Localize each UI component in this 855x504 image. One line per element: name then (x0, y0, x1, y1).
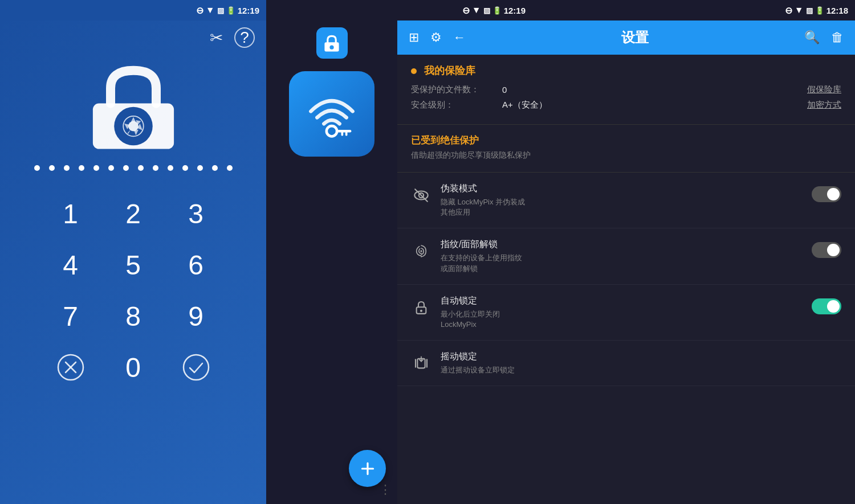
wifi-icon-right: ▼ (795, 5, 804, 15)
fingerprint-item: 指纹/面部解锁 在支持的设备上使用指纹或面部解锁 (397, 228, 855, 284)
help-icon[interactable]: ? (234, 27, 255, 48)
svg-point-9 (329, 45, 333, 49)
auto-lock-title: 自动锁定 (441, 295, 803, 307)
disguise-mode-title: 伪装模式 (441, 183, 803, 195)
toggle-knob (827, 188, 840, 200)
protection-subtitle: 借助超强的功能尽享顶级隐私保护 (411, 150, 841, 161)
disguise-icon (411, 185, 431, 206)
numpad-key-0[interactable]: 0 (102, 342, 165, 393)
vault-security-label: 安全级别： (411, 100, 502, 110)
shake-lock-item: 摇动锁定 通过摇动设备立即锁定 (397, 341, 855, 386)
numpad-key-6[interactable]: 6 (165, 239, 227, 290)
svg-point-19 (420, 251, 422, 252)
pin-dot (49, 165, 55, 171)
numpad-key-7[interactable]: 7 (39, 290, 102, 342)
vault-files-row: 受保护的文件数： 0 假保险库 (411, 84, 841, 95)
numpad-key-3[interactable]: 3 (165, 188, 227, 239)
grid-icon[interactable]: ⊞ (409, 30, 419, 45)
dnd-icon-mid: ⊖ (462, 5, 470, 16)
fingerprint-toggle[interactable] (812, 242, 841, 258)
svg-point-21 (420, 310, 422, 312)
auto-lock-desc: 最小化后立即关闭LockMyPix (441, 309, 803, 330)
lock-svg (413, 299, 430, 316)
numpad-key-5[interactable]: 5 (102, 239, 165, 290)
numpad-key-9[interactable]: 9 (165, 290, 227, 342)
gear-icon[interactable]: ⚙ (430, 30, 442, 45)
shake-lock-text: 摇动锁定 通过摇动设备立即锁定 (441, 351, 841, 375)
disguise-mode-text: 伪装模式 隐藏 LockMyPix 并伪装成其他应用 (441, 183, 803, 218)
shake-lock-title: 摇动锁定 (441, 351, 841, 363)
pin-dot (79, 165, 84, 171)
numpad: 1 2 3 4 5 6 7 8 9 0 (39, 188, 227, 393)
pin-dot (34, 165, 40, 171)
pin-dot (123, 165, 129, 171)
search-icon[interactable]: 🔍 (804, 30, 820, 45)
time-left: 12:19 (238, 6, 259, 15)
numpad-key-8[interactable]: 8 (102, 290, 165, 342)
app-panel-lock-icon (316, 27, 348, 59)
pin-dot (153, 165, 158, 171)
sim-icon-mid: ▨ (483, 6, 490, 15)
disguise-mode-toggle[interactable] (812, 186, 841, 202)
pin-dot (93, 165, 99, 171)
auto-lock-text: 自动锁定 最小化后立即关闭LockMyPix (441, 295, 803, 330)
vault-security-row: 安全级别： A+（安全） 加密方式 (411, 100, 841, 110)
numpad-key-2[interactable]: 2 (102, 188, 165, 239)
lock-small-icon (321, 33, 342, 54)
settings-panel: ⊞ ⚙ ← 设置 🔍 🗑 我的保险库 受保护的文件数： 0 假保险库 (397, 21, 855, 504)
main-content: ✂ ? (0, 21, 855, 504)
plus-icon (359, 460, 377, 478)
battery-icon-mid: 🔋 (492, 6, 502, 15)
toggle-knob-fp (827, 244, 840, 256)
encryption-link[interactable]: 加密方式 (807, 100, 841, 110)
status-bars: ⊖ ▼ ▨ 🔋 12:19 ⊖ ▼ ▨ 🔋 12:19 ⊖ ▼ ▨ 🔋 12:1… (0, 0, 855, 21)
lock-icon-container (82, 60, 185, 154)
status-bar-left: ⊖ ▼ ▨ 🔋 12:19 (0, 0, 266, 21)
vault-files-value: 0 (502, 85, 507, 95)
fake-vault-link[interactable]: 假保险库 (807, 84, 841, 95)
pin-dot (168, 165, 173, 171)
orange-dot (411, 68, 417, 74)
wifi-icon-mid: ▼ (472, 5, 481, 15)
numpad-key-1[interactable]: 1 (39, 188, 102, 239)
lock-header: ✂ ? (0, 21, 266, 55)
numpad-key-4[interactable]: 4 (39, 239, 102, 290)
dnd-icon-right: ⊖ (785, 5, 792, 16)
svg-point-10 (327, 126, 337, 136)
toggle-knob-al (827, 300, 840, 313)
back-button[interactable]: ← (453, 30, 466, 45)
numpad-cancel-button[interactable] (39, 342, 102, 393)
lock-screen-panel: ✂ ? (0, 21, 266, 504)
settings-content: 我的保险库 受保护的文件数： 0 假保险库 安全级别： A+（安全） 加密方式 … (397, 55, 855, 504)
disguise-mode-desc: 隐藏 LockMyPix 并伪装成其他应用 (441, 197, 803, 218)
settings-toolbar: ⊞ ⚙ ← 设置 🔍 🗑 (397, 21, 855, 55)
wifi-key-svg (300, 83, 363, 145)
pin-dot (227, 165, 233, 171)
fingerprint-svg (413, 243, 430, 260)
fab-add-button[interactable] (349, 450, 386, 487)
protection-title: 已受到绝佳保护 (411, 134, 841, 147)
dnd-icon: ⊖ (196, 5, 203, 16)
three-dots-menu[interactable]: ⋮ (379, 482, 392, 497)
scissors-icon[interactable]: ✂ (210, 28, 223, 47)
auto-lock-toggle[interactable] (812, 298, 841, 314)
auto-lock-icon (411, 297, 431, 318)
delete-icon[interactable]: 🗑 (831, 30, 844, 45)
fingerprint-desc: 在支持的设备上使用指纹或面部解锁 (441, 253, 803, 273)
status-bar-right: ⊖ ▼ ▨ 🔋 12:18 (532, 0, 855, 21)
time-right: 12:18 (826, 6, 848, 15)
battery-icon: 🔋 (226, 6, 235, 15)
status-icons-right: ⊖ ▼ ▨ 🔋 12:18 (785, 5, 848, 16)
battery-icon-right: 🔋 (815, 6, 824, 15)
fingerprint-icon (411, 241, 431, 261)
status-icons-left: ⊖ ▼ ▨ 🔋 12:19 (196, 5, 259, 16)
wifi-key-app-icon[interactable] (289, 71, 374, 157)
sim-icon-right: ▨ (806, 6, 813, 15)
protection-section: 已受到绝佳保护 借助超强的功能尽享顶级隐私保护 (397, 125, 855, 173)
status-icons-mid: ⊖ ▼ ▨ 🔋 12:19 (462, 5, 526, 16)
app-panel: ⋮ (266, 21, 397, 504)
fingerprint-text: 指纹/面部解锁 在支持的设备上使用指纹或面部解锁 (441, 239, 803, 273)
numpad-confirm-button[interactable] (165, 342, 227, 393)
app-panel-header (266, 21, 397, 65)
pin-dot (182, 165, 188, 171)
